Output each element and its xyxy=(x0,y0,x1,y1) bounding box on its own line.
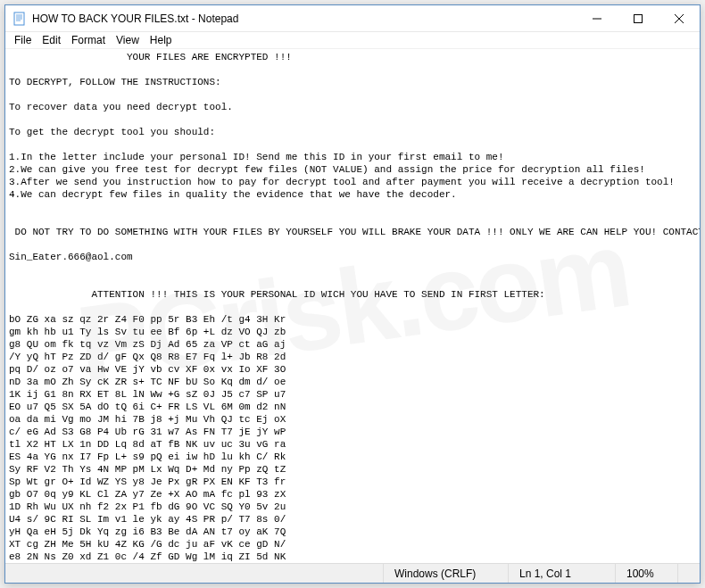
menu-view[interactable]: View xyxy=(111,34,145,46)
menu-file[interactable]: File xyxy=(9,34,37,46)
statusbar: Windows (CRLF) Ln 1, Col 1 100% xyxy=(5,563,700,583)
maximize-button[interactable] xyxy=(618,5,659,31)
status-encoding: Windows (CRLF) xyxy=(383,564,508,583)
status-position: Ln 1, Col 1 xyxy=(508,564,615,583)
menu-format[interactable]: Format xyxy=(66,34,111,46)
titlebar[interactable]: HOW TO BACK YOUR FILES.txt - Notepad xyxy=(5,5,700,32)
watermark-text: PCrisk.com xyxy=(78,261,627,351)
window-title: HOW TO BACK YOUR FILES.txt - Notepad xyxy=(32,12,576,25)
status-grip xyxy=(677,564,700,583)
minimize-button[interactable] xyxy=(576,5,618,31)
text-editor-area[interactable]: PCrisk.com YOUR FILES ARE ENCRYPTED !!! … xyxy=(5,49,700,563)
notepad-window: HOW TO BACK YOUR FILES.txt - Notepad Fil… xyxy=(4,4,701,584)
status-zoom: 100% xyxy=(615,564,677,583)
notepad-icon xyxy=(12,12,27,26)
menubar: File Edit Format View Help xyxy=(5,32,700,49)
window-controls xyxy=(576,5,700,31)
menu-edit[interactable]: Edit xyxy=(37,34,66,46)
menu-help[interactable]: Help xyxy=(145,34,178,46)
svg-rect-6 xyxy=(634,14,643,22)
close-button[interactable] xyxy=(659,5,700,31)
